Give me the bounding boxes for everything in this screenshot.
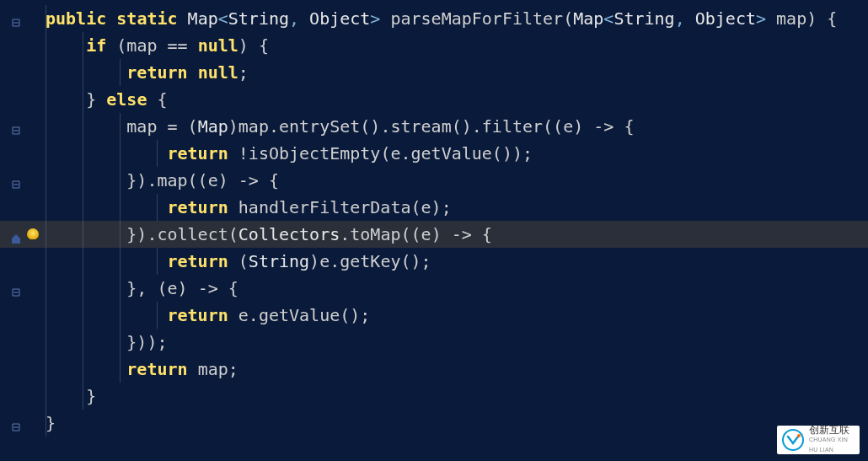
- watermark-logo: 创新互联 CHUANG XIN HU LIAN: [777, 426, 860, 454]
- code-line[interactable]: }: [40, 383, 868, 410]
- token-pn: ==: [157, 35, 197, 56]
- indent-guide: [120, 302, 121, 329]
- token-pn: }).: [126, 170, 157, 190]
- token-fn: entrySet: [279, 116, 360, 137]
- svg-point-1: [797, 434, 801, 437]
- token-id: map: [126, 116, 157, 137]
- indent-guide: [120, 221, 121, 248]
- token-id: map: [776, 8, 806, 29]
- indent-guide: [83, 275, 83, 302]
- code-editor[interactable]: public static Map<String, Object> parseM…: [40, 5, 868, 461]
- token-pn: (: [228, 224, 238, 244]
- token-kw: return: [168, 251, 228, 271]
- token-kw: public: [46, 8, 106, 29]
- logo-text: 创新互联 CHUANG XIN HU LIAN: [809, 425, 855, 455]
- token-typ: Map: [188, 8, 218, 29]
- token-fn: handlerFilterData: [238, 197, 411, 217]
- token-id: map: [198, 359, 228, 379]
- token-fn: collect: [157, 224, 228, 244]
- code-line[interactable]: }).map((e) -> {: [40, 167, 868, 194]
- indent-guide: [120, 356, 121, 383]
- code-line[interactable]: }).collect(Collectors.toMap((e) -> {: [40, 221, 868, 248]
- token-kw: static: [116, 8, 177, 29]
- editor-gutter: [0, 0, 40, 461]
- token-typ: String: [228, 8, 289, 29]
- token-pn: ().: [452, 116, 482, 137]
- indent-guide: [157, 248, 158, 275]
- indent-guide: [120, 194, 121, 221]
- token-gen: >: [370, 8, 380, 29]
- token-fn: isObjectEmpty: [249, 143, 381, 163]
- token-id: map: [126, 35, 157, 56]
- indent-guide: [83, 86, 83, 113]
- token-typ: String: [249, 251, 309, 271]
- code-line[interactable]: }));: [40, 329, 868, 356]
- token-typ: Collectors: [238, 224, 340, 244]
- token-pn: }).: [126, 224, 157, 244]
- token-typ: Object: [309, 8, 370, 29]
- token-kw: return: [168, 197, 228, 217]
- token-pn: [766, 8, 776, 29]
- indent-guide: [120, 329, 121, 356]
- code-line[interactable]: }: [40, 410, 868, 437]
- token-id: e: [319, 251, 330, 271]
- fold-toggle-icon[interactable]: [0, 5, 40, 32]
- indent-guide: [120, 275, 121, 302]
- token-pn: ) -> {: [573, 116, 634, 137]
- svg-point-0: [783, 430, 803, 450]
- code-line[interactable]: return e.getValue();: [40, 302, 868, 329]
- indent-guide: [83, 113, 83, 140]
- code-line[interactable]: public static Map<String, Object> parseM…: [40, 5, 868, 32]
- token-kw: null: [198, 62, 238, 83]
- token-pn: .: [330, 251, 340, 271]
- token-pn: .: [269, 116, 279, 137]
- token-id: e: [421, 224, 431, 244]
- token-kw: return: [126, 62, 187, 83]
- code-line[interactable]: return (String)e.getKey();: [40, 248, 868, 275]
- token-gen: <: [603, 8, 613, 29]
- token-fn: getValue: [411, 143, 492, 163]
- code-line[interactable]: if (map == null) {: [40, 32, 868, 59]
- indent-guide: [120, 248, 121, 275]
- code-line[interactable]: }, (e) -> {: [40, 275, 868, 302]
- code-line[interactable]: return !isObjectEmpty(e.getValue());: [40, 140, 868, 167]
- indent-guide: [120, 167, 121, 194]
- bulb-icon[interactable]: [27, 228, 39, 240]
- indent-guide: [46, 86, 46, 113]
- code-line[interactable]: return null;: [40, 59, 868, 86]
- token-pn: (: [411, 197, 421, 217]
- fold-toggle-icon[interactable]: [0, 275, 40, 302]
- token-kw: else: [106, 89, 147, 110]
- token-typ: Object: [695, 8, 756, 29]
- token-pn: (: [228, 251, 249, 271]
- token-pn: = (: [157, 116, 197, 137]
- code-line[interactable]: map = (Map)map.entrySet().stream().filte…: [40, 113, 868, 140]
- token-typ: Map: [198, 116, 228, 137]
- indent-guide: [46, 356, 46, 383]
- token-id: parseMapForFilter: [390, 8, 563, 29]
- token-pn: ());: [492, 143, 533, 163]
- indent-guide: [46, 410, 46, 437]
- code-line[interactable]: } else {: [40, 86, 868, 113]
- token-gen: <: [218, 8, 228, 29]
- token-pn: [188, 359, 198, 379]
- token-fn: getValue: [259, 305, 340, 325]
- token-pn: [228, 197, 238, 217]
- fold-toggle-icon[interactable]: [0, 410, 40, 437]
- token-pn: }: [86, 89, 106, 110]
- indent-guide: [46, 32, 46, 59]
- token-pn: ) -> {: [218, 170, 279, 190]
- token-typ: Map: [573, 8, 603, 29]
- token-pn: ): [309, 251, 319, 271]
- fold-toggle-icon[interactable]: [0, 113, 40, 140]
- token-pn: ) {: [806, 8, 837, 29]
- token-gen: >: [756, 8, 766, 29]
- token-pn: .: [249, 305, 259, 325]
- token-fn: map: [157, 170, 187, 190]
- code-line[interactable]: return handlerFilterData(e);: [40, 194, 868, 221]
- logo-brand-cn: 创新互联: [809, 425, 855, 435]
- code-line[interactable]: return map;: [40, 356, 868, 383]
- fold-toggle-icon[interactable]: [0, 167, 40, 194]
- token-pn: ): [228, 116, 238, 137]
- token-pn: .: [400, 143, 410, 163]
